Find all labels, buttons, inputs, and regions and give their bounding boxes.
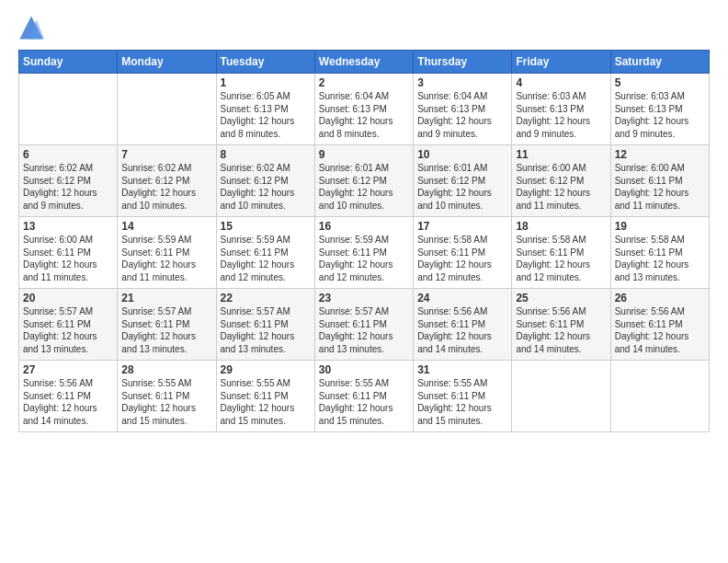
day-info: Sunrise: 6:03 AM Sunset: 6:13 PM Dayligh… <box>516 90 606 140</box>
day-number: 14 <box>121 220 211 233</box>
day-info: Sunrise: 5:59 AM Sunset: 6:11 PM Dayligh… <box>319 234 409 283</box>
day-number: 7 <box>121 148 211 161</box>
calendar-cell: 18Sunrise: 5:58 AM Sunset: 6:11 PM Dayli… <box>512 217 610 289</box>
day-number: 9 <box>319 148 409 161</box>
calendar-table: SundayMondayTuesdayWednesdayThursdayFrid… <box>18 50 710 432</box>
calendar-cell: 21Sunrise: 5:57 AM Sunset: 6:11 PM Dayli… <box>118 289 216 361</box>
calendar-cell: 19Sunrise: 5:58 AM Sunset: 6:11 PM Dayli… <box>610 217 709 289</box>
day-info: Sunrise: 5:57 AM Sunset: 6:11 PM Dayligh… <box>23 305 113 355</box>
day-number: 2 <box>319 76 409 89</box>
calendar-week-row: 20Sunrise: 5:57 AM Sunset: 6:11 PM Dayli… <box>19 289 710 361</box>
weekday-header-sunday: Sunday <box>19 51 118 74</box>
day-info: Sunrise: 5:57 AM Sunset: 6:11 PM Dayligh… <box>221 305 311 355</box>
day-info: Sunrise: 6:02 AM Sunset: 6:12 PM Dayligh… <box>121 162 211 212</box>
day-number: 11 <box>516 148 606 161</box>
calendar-cell: 20Sunrise: 5:57 AM Sunset: 6:11 PM Dayli… <box>19 289 118 361</box>
header <box>18 15 710 40</box>
day-number: 15 <box>221 220 311 233</box>
calendar-cell: 17Sunrise: 5:58 AM Sunset: 6:11 PM Dayli… <box>414 217 512 289</box>
day-info: Sunrise: 6:00 AM Sunset: 6:11 PM Dayligh… <box>615 162 705 212</box>
day-number: 8 <box>221 148 311 161</box>
day-info: Sunrise: 5:59 AM Sunset: 6:11 PM Dayligh… <box>221 234 311 283</box>
weekday-header-monday: Monday <box>118 51 216 74</box>
calendar-cell: 15Sunrise: 5:59 AM Sunset: 6:11 PM Dayli… <box>216 217 314 289</box>
weekday-header-tuesday: Tuesday <box>216 51 314 74</box>
calendar-cell: 4Sunrise: 6:03 AM Sunset: 6:13 PM Daylig… <box>512 74 610 145</box>
calendar-cell: 28Sunrise: 5:55 AM Sunset: 6:11 PM Dayli… <box>118 361 216 432</box>
calendar-cell: 22Sunrise: 5:57 AM Sunset: 6:11 PM Dayli… <box>216 289 314 361</box>
day-info: Sunrise: 6:00 AM Sunset: 6:11 PM Dayligh… <box>23 234 113 283</box>
day-number: 18 <box>516 220 606 233</box>
day-info: Sunrise: 5:59 AM Sunset: 6:11 PM Dayligh… <box>121 234 211 283</box>
day-info: Sunrise: 5:56 AM Sunset: 6:11 PM Dayligh… <box>516 305 606 355</box>
day-number: 5 <box>615 76 705 89</box>
day-info: Sunrise: 5:55 AM Sunset: 6:11 PM Dayligh… <box>319 377 409 427</box>
calendar-cell: 11Sunrise: 6:00 AM Sunset: 6:12 PM Dayli… <box>512 145 610 217</box>
day-number: 6 <box>23 148 113 161</box>
calendar-week-row: 27Sunrise: 5:56 AM Sunset: 6:11 PM Dayli… <box>19 361 710 432</box>
weekday-header-saturday: Saturday <box>610 51 709 74</box>
calendar-cell: 7Sunrise: 6:02 AM Sunset: 6:12 PM Daylig… <box>118 145 216 217</box>
day-number: 26 <box>615 292 705 304</box>
calendar-cell: 23Sunrise: 5:57 AM Sunset: 6:11 PM Dayli… <box>314 289 413 361</box>
day-number: 24 <box>417 292 507 304</box>
day-info: Sunrise: 5:58 AM Sunset: 6:11 PM Dayligh… <box>516 234 606 283</box>
calendar-cell: 3Sunrise: 6:04 AM Sunset: 6:13 PM Daylig… <box>414 74 512 145</box>
day-number: 1 <box>221 76 311 89</box>
day-number: 20 <box>23 292 113 304</box>
calendar-cell: 9Sunrise: 6:01 AM Sunset: 6:12 PM Daylig… <box>314 145 413 217</box>
day-number: 12 <box>615 148 705 161</box>
day-info: Sunrise: 6:01 AM Sunset: 6:12 PM Dayligh… <box>319 162 409 212</box>
calendar-cell <box>19 74 118 145</box>
day-info: Sunrise: 6:01 AM Sunset: 6:12 PM Dayligh… <box>417 162 507 212</box>
day-number: 23 <box>319 292 409 304</box>
day-number: 31 <box>417 363 507 376</box>
day-info: Sunrise: 5:55 AM Sunset: 6:11 PM Dayligh… <box>121 377 211 427</box>
day-number: 10 <box>417 148 507 161</box>
day-info: Sunrise: 5:57 AM Sunset: 6:11 PM Dayligh… <box>319 305 409 355</box>
calendar-cell: 1Sunrise: 6:05 AM Sunset: 6:13 PM Daylig… <box>216 74 314 145</box>
day-number: 16 <box>319 220 409 233</box>
calendar-cell: 2Sunrise: 6:04 AM Sunset: 6:13 PM Daylig… <box>314 74 413 145</box>
day-info: Sunrise: 5:58 AM Sunset: 6:11 PM Dayligh… <box>615 234 705 283</box>
weekday-header-friday: Friday <box>512 51 610 74</box>
day-info: Sunrise: 5:56 AM Sunset: 6:11 PM Dayligh… <box>23 377 113 427</box>
calendar-week-row: 13Sunrise: 6:00 AM Sunset: 6:11 PM Dayli… <box>19 217 710 289</box>
day-info: Sunrise: 6:02 AM Sunset: 6:12 PM Dayligh… <box>221 162 311 212</box>
calendar-cell: 14Sunrise: 5:59 AM Sunset: 6:11 PM Dayli… <box>118 217 216 289</box>
calendar-cell: 8Sunrise: 6:02 AM Sunset: 6:12 PM Daylig… <box>216 145 314 217</box>
calendar-cell: 13Sunrise: 6:00 AM Sunset: 6:11 PM Dayli… <box>19 217 118 289</box>
weekday-header-thursday: Thursday <box>414 51 512 74</box>
calendar-cell: 30Sunrise: 5:55 AM Sunset: 6:11 PM Dayli… <box>314 361 413 432</box>
day-info: Sunrise: 5:55 AM Sunset: 6:11 PM Dayligh… <box>221 377 311 427</box>
calendar-cell <box>610 361 709 432</box>
day-info: Sunrise: 6:02 AM Sunset: 6:12 PM Dayligh… <box>23 162 113 212</box>
day-info: Sunrise: 5:58 AM Sunset: 6:11 PM Dayligh… <box>417 234 507 283</box>
calendar-cell <box>512 361 610 432</box>
day-info: Sunrise: 6:00 AM Sunset: 6:12 PM Dayligh… <box>516 162 606 212</box>
day-number: 30 <box>319 363 409 376</box>
calendar-cell: 25Sunrise: 5:56 AM Sunset: 6:11 PM Dayli… <box>512 289 610 361</box>
day-number: 29 <box>221 363 311 376</box>
day-info: Sunrise: 5:55 AM Sunset: 6:11 PM Dayligh… <box>417 377 507 427</box>
day-number: 27 <box>23 363 113 376</box>
day-number: 28 <box>121 363 211 376</box>
day-info: Sunrise: 6:04 AM Sunset: 6:13 PM Dayligh… <box>417 90 507 140</box>
calendar-cell: 26Sunrise: 5:56 AM Sunset: 6:11 PM Dayli… <box>610 289 709 361</box>
calendar-cell: 10Sunrise: 6:01 AM Sunset: 6:12 PM Dayli… <box>414 145 512 217</box>
calendar-cell: 29Sunrise: 5:55 AM Sunset: 6:11 PM Dayli… <box>216 361 314 432</box>
weekday-header-row: SundayMondayTuesdayWednesdayThursdayFrid… <box>19 51 710 74</box>
day-info: Sunrise: 5:56 AM Sunset: 6:11 PM Dayligh… <box>615 305 705 355</box>
day-info: Sunrise: 5:56 AM Sunset: 6:11 PM Dayligh… <box>417 305 507 355</box>
day-info: Sunrise: 6:05 AM Sunset: 6:13 PM Dayligh… <box>221 90 311 140</box>
day-number: 22 <box>221 292 311 304</box>
day-number: 21 <box>121 292 211 304</box>
day-info: Sunrise: 5:57 AM Sunset: 6:11 PM Dayligh… <box>121 305 211 355</box>
day-number: 17 <box>417 220 507 233</box>
day-number: 13 <box>23 220 113 233</box>
calendar-cell: 6Sunrise: 6:02 AM Sunset: 6:12 PM Daylig… <box>19 145 118 217</box>
calendar-week-row: 6Sunrise: 6:02 AM Sunset: 6:12 PM Daylig… <box>19 145 710 217</box>
logo <box>18 15 48 40</box>
day-number: 25 <box>516 292 606 304</box>
logo-icon <box>18 15 44 40</box>
